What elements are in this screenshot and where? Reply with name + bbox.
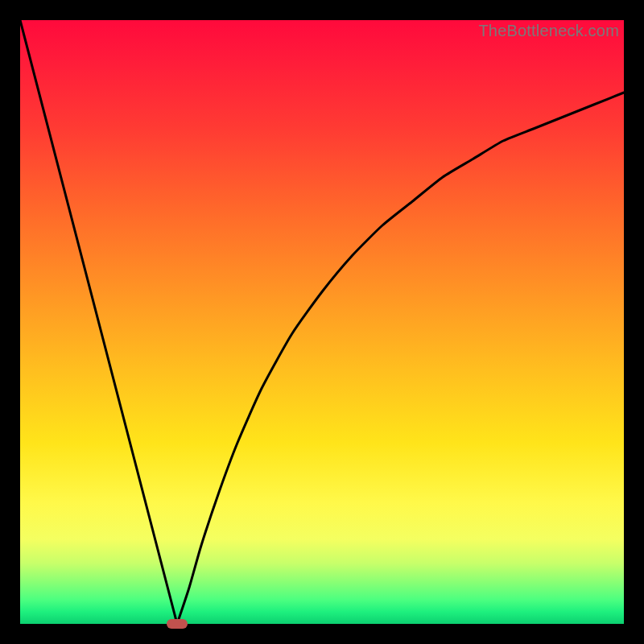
curve-path bbox=[20, 20, 624, 624]
bottleneck-curve bbox=[20, 20, 624, 624]
plot-area: TheBottleneck.com bbox=[20, 20, 624, 624]
chart-frame: TheBottleneck.com bbox=[0, 0, 644, 644]
minimum-marker bbox=[167, 619, 188, 629]
